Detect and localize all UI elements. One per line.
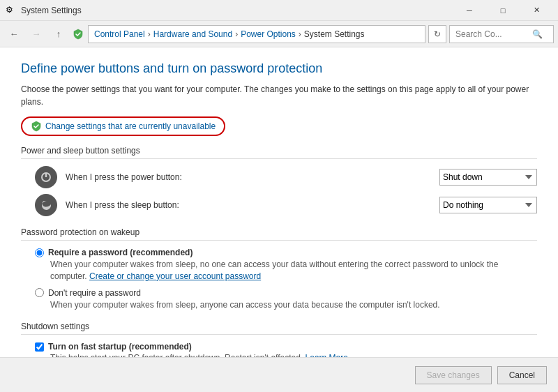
change-settings-label: Change settings that are currently unava… [45,121,216,131]
search-box[interactable]: 🔍 [449,25,554,43]
require-password-radio[interactable] [35,248,44,257]
sleep-button-label: When I press the sleep button: [66,200,439,210]
search-input[interactable] [455,29,532,39]
no-password-option: Don't require a password When your compu… [21,288,537,311]
power-sleep-title: Power and sleep button settings [21,146,537,159]
require-password-desc: When your computer wakes from sleep, no … [50,259,537,282]
search-icon: 🔍 [532,29,543,39]
main-content: Define power buttons and turn on passwor… [0,47,558,357]
title-bar-controls: ─ □ ✕ [453,0,552,21]
power-button-select[interactable]: Shut down Sleep Hibernate Turn off the d… [439,169,537,186]
password-section: Password protection on wakeup Require a … [21,227,537,310]
power-sleep-section: Power and sleep button settings When I p… [21,146,537,216]
address-bar: ← → ↑ Control Panel › Hardware and Sound… [0,21,558,47]
title-bar: ⚙ System Settings ─ □ ✕ [0,0,558,21]
power-button-icon [35,166,57,188]
breadcrumb-power-options[interactable]: Power Options [241,29,296,39]
close-button[interactable]: ✕ [520,0,552,21]
change-settings-wrapper[interactable]: Change settings that are currently unava… [21,116,225,136]
title-bar-left: ⚙ System Settings [6,5,82,16]
shutdown-section: Shutdown settings Turn on fast startup (… [21,322,537,357]
fast-startup-option: Turn on fast startup (recommended) This … [21,342,537,357]
power-button-label: When I press the power button: [66,172,439,182]
shield-link-icon [31,121,42,132]
cancel-button[interactable]: Cancel [497,366,547,384]
sleep-button-row: When I press the sleep button: Do nothin… [21,194,537,216]
create-password-link[interactable]: Create or change your user account passw… [89,271,261,281]
back-button[interactable]: ← [4,24,24,44]
save-changes-button[interactable]: Save changes [415,366,492,384]
minimize-button[interactable]: ─ [453,0,485,21]
require-password-label[interactable]: Require a password (recommended) [35,248,537,257]
breadcrumb-bar: Control Panel › Hardware and Sound › Pow… [88,25,425,43]
page-description: Choose the power settings that you want … [21,83,537,108]
up-button[interactable]: ↑ [49,24,68,44]
bottom-bar: Save changes Cancel [0,357,558,392]
breadcrumb-current: System Settings [304,29,365,39]
forward-button: → [27,24,46,44]
password-section-title: Password protection on wakeup [21,227,537,241]
require-password-option: Require a password (recommended) When yo… [21,248,537,282]
no-password-label[interactable]: Don't require a password [35,288,537,298]
refresh-button[interactable]: ↻ [428,25,446,43]
breadcrumb-control-panel[interactable]: Control Panel [94,29,145,39]
no-password-radio[interactable] [35,288,44,297]
maximize-button[interactable]: □ [487,0,519,21]
app-icon: ⚙ [6,5,17,16]
sleep-button-icon [35,194,57,216]
location-icon [71,27,85,41]
no-password-desc: When your computer wakes from sleep, any… [50,299,537,311]
change-settings-link[interactable]: Change settings that are currently unava… [31,121,216,132]
page-title: Define power buttons and turn on passwor… [21,61,537,76]
fast-startup-desc: This helps start your PC faster after sh… [50,352,537,357]
window-title: System Settings [21,6,82,15]
shutdown-section-title: Shutdown settings [21,322,537,335]
sleep-button-select[interactable]: Do nothing Sleep Hibernate Shut down Tur… [439,197,537,213]
fast-startup-label[interactable]: Turn on fast startup (recommended) [35,342,537,352]
fast-startup-checkbox[interactable] [35,342,44,352]
breadcrumb-hardware-sound[interactable]: Hardware and Sound [153,29,232,39]
power-button-row: When I press the power button: Shut down… [21,166,537,188]
